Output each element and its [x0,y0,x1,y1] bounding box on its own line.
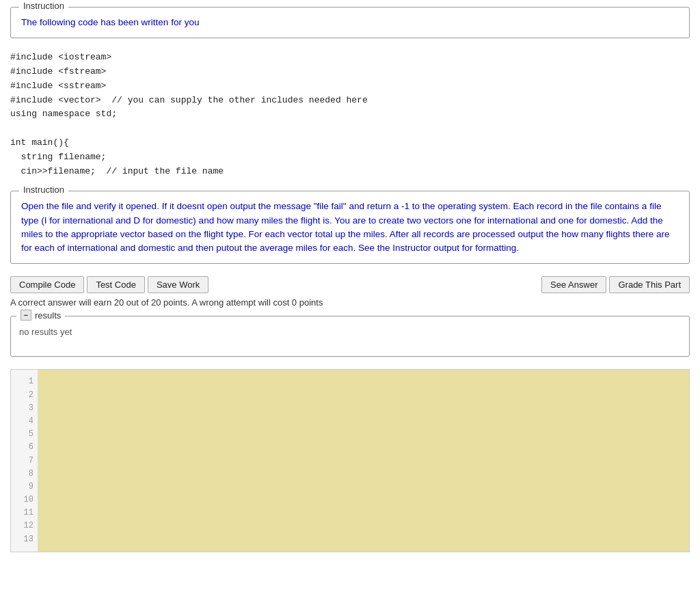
line-numbers: 12345678910111213 [11,370,38,551]
instruction-text-1: The following code has been written for … [21,16,679,29]
instruction-box-1: Instruction The following code has been … [10,7,690,38]
test-button[interactable]: Test Code [87,276,145,293]
editor-container: 12345678910111213 [10,369,690,552]
grade-button[interactable]: Grade This Part [609,276,690,293]
results-label-text: results [35,310,61,321]
results-content: no results yet [19,327,681,337]
code-editor[interactable] [38,370,689,551]
toolbar-left: Compile Code Test Code Save Work [10,276,539,293]
collapse-button[interactable]: − [21,310,31,321]
toolbar-right: See Answer Grade This Part [541,276,690,293]
results-box: − results no results yet [10,316,690,357]
save-button[interactable]: Save Work [148,276,208,293]
instruction-box-2: Instruction Open the file and verify it … [10,191,690,264]
instruction-text-2: Open the file and verify it opened. If i… [21,200,679,255]
instruction-label-2: Instruction [19,185,68,195]
score-text: A correct answer will earn 20 out of 20 … [10,297,690,308]
code-block: #include <iostream> #include <fstream> #… [10,51,690,178]
instruction-label-1: Instruction [19,1,68,11]
toolbar: Compile Code Test Code Save Work See Ans… [10,276,690,293]
results-label: − results [16,310,65,321]
see-answer-button[interactable]: See Answer [541,276,606,293]
compile-button[interactable]: Compile Code [10,276,84,293]
